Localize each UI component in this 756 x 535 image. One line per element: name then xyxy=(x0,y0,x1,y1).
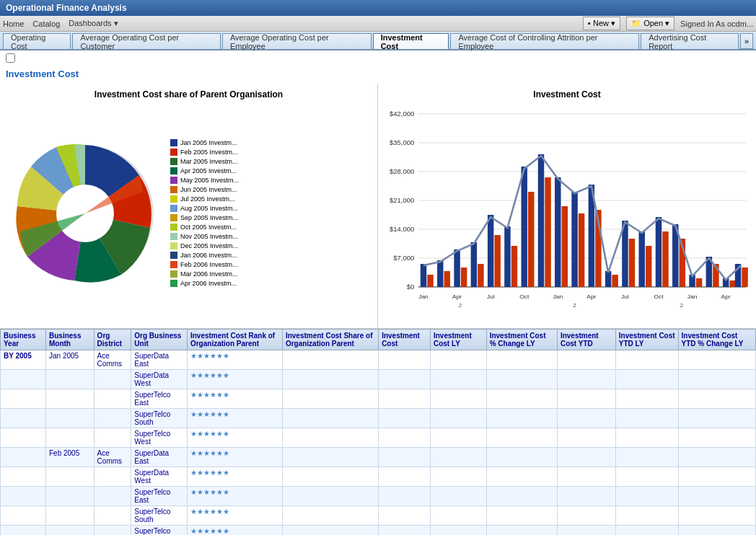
cell-cost xyxy=(379,506,431,526)
svg-text:$0: $0 xyxy=(407,283,415,291)
legend-item-15: Apr 2006 Investm... xyxy=(170,280,372,287)
svg-text:2: 2 xyxy=(573,302,576,309)
tab-avg-cost-attrition[interactable]: Average Cost of Controlling Attrition pe… xyxy=(450,33,639,49)
svg-rect-41 xyxy=(629,239,635,287)
cell-share xyxy=(282,467,378,487)
tab-avg-op-cost-customer[interactable]: Average Operating Cost per Customer xyxy=(72,33,221,49)
svg-rect-19 xyxy=(444,271,450,287)
svg-text:Apr: Apr xyxy=(452,293,462,300)
cell-share xyxy=(282,487,378,506)
svg-rect-21 xyxy=(461,268,467,287)
cell-ytd xyxy=(557,409,615,428)
cell-rank: ★★★★★★ xyxy=(187,350,282,370)
cell-rank: ★★★★★★ xyxy=(187,467,282,487)
cell-rank: ★★★★★★ xyxy=(187,506,282,526)
nav-dashboards[interactable]: Dashboards ▾ xyxy=(69,19,118,28)
cell-district: Ace Comms xyxy=(94,350,131,370)
svg-rect-49 xyxy=(696,278,702,287)
cell-year xyxy=(1,409,46,428)
cell-month xyxy=(45,428,94,448)
page-checkbox[interactable] xyxy=(6,53,15,63)
svg-text:Oct: Oct xyxy=(654,293,664,300)
svg-rect-44 xyxy=(656,217,662,287)
header-ytd-ly: Investment Cost YTD LY xyxy=(615,330,678,350)
cell-pct xyxy=(486,487,557,506)
cell-year xyxy=(1,448,46,467)
header-business-month: Business Month xyxy=(45,330,94,350)
cell-ytd-ly xyxy=(615,487,678,506)
cell-month xyxy=(45,467,94,487)
cell-ytd-pct xyxy=(678,467,755,487)
legend-item-13: Feb 2006 Investm... xyxy=(170,261,372,268)
cell-ytd-pct xyxy=(678,448,755,467)
table-row: SuperTelco West ★★★★★★ xyxy=(1,428,756,448)
cell-year xyxy=(1,370,46,389)
pie-chart-area: Investment Cost share of Parent Organisa… xyxy=(0,84,378,328)
header-ytd: Investment Cost YTD xyxy=(557,330,615,350)
cell-cost-ly xyxy=(430,350,486,370)
tab-avg-op-cost-employee[interactable]: Average Operating Cost per Employee xyxy=(222,33,372,49)
cell-ytd-pct xyxy=(678,409,755,428)
svg-text:$42,000: $42,000 xyxy=(390,110,414,118)
svg-text:$21,000: $21,000 xyxy=(390,197,414,204)
cell-cost-ly xyxy=(430,526,486,536)
open-button[interactable]: 📁 Open ▾ xyxy=(626,17,674,30)
cell-ytd xyxy=(557,428,615,448)
tab-operating-cost[interactable]: Operating Cost xyxy=(3,33,71,49)
header-cost: Investment Cost xyxy=(379,330,431,350)
tabs-bar: Operating Cost Average Operating Cost pe… xyxy=(0,32,756,50)
cell-pct xyxy=(486,448,557,467)
cell-cost xyxy=(379,487,431,506)
cell-month xyxy=(45,389,94,409)
cell-ytd xyxy=(557,526,615,536)
legend-item-9: Oct 2005 Investm... xyxy=(170,224,372,231)
legend-item-3: Apr 2005 Investm... xyxy=(170,167,372,174)
svg-rect-32 xyxy=(555,177,561,287)
cell-pct xyxy=(486,409,557,428)
cell-ytd-ly xyxy=(615,428,678,448)
cell-share xyxy=(282,428,378,448)
cell-district: Ace Comms xyxy=(94,448,131,467)
new-button[interactable]: ▪ New ▾ xyxy=(583,17,620,30)
tab-overflow[interactable]: » xyxy=(740,33,753,49)
header-rank: Investment Cost Rank of Organization Par… xyxy=(187,330,282,350)
svg-rect-42 xyxy=(638,231,644,287)
cell-pct xyxy=(486,506,557,526)
tab-advertising-cost[interactable]: Advertising Cost Report xyxy=(641,33,739,49)
pie-content: Jan 2005 Investm...Feb 2005 Investm...Ma… xyxy=(6,105,372,322)
cell-district xyxy=(94,506,131,526)
cell-unit: SuperTelco West xyxy=(131,428,188,448)
cell-district xyxy=(94,487,131,506)
svg-rect-22 xyxy=(471,242,477,287)
legend-item-6: Jul 2005 Investm... xyxy=(170,195,372,203)
cell-ytd-ly xyxy=(615,389,678,409)
cell-district xyxy=(94,526,131,536)
table-row: SuperData West ★★★★★★ xyxy=(1,467,756,487)
header-business-year: Business Year xyxy=(1,330,46,350)
cell-pct xyxy=(486,467,557,487)
cell-share xyxy=(282,448,378,467)
svg-text:Jan: Jan xyxy=(418,293,428,300)
cell-ytd-ly xyxy=(615,506,678,526)
cell-ytd-pct xyxy=(678,526,755,536)
cell-ytd-pct xyxy=(678,370,755,389)
cell-cost xyxy=(379,370,431,389)
table-row: Feb 2005 Ace Comms SuperData East ★★★★★★ xyxy=(1,448,756,467)
cell-cost xyxy=(379,467,431,487)
page-title: Investment Cost xyxy=(6,68,79,79)
cell-ytd-ly xyxy=(615,370,678,389)
cell-cost-ly xyxy=(430,506,486,526)
svg-rect-29 xyxy=(528,192,534,287)
svg-rect-34 xyxy=(571,192,577,287)
cell-ytd xyxy=(557,350,615,370)
svg-text:2: 2 xyxy=(458,302,462,309)
cell-month xyxy=(45,409,94,428)
svg-rect-31 xyxy=(545,177,550,287)
page-title-area: Investment Cost xyxy=(0,67,756,84)
tab-investment-cost[interactable]: Investment Cost xyxy=(373,33,449,49)
cell-pct xyxy=(486,526,557,536)
cell-month xyxy=(45,526,94,536)
cell-ytd-pct xyxy=(678,487,755,506)
nav-catalog[interactable]: Catalog xyxy=(32,19,60,28)
nav-home[interactable]: Home xyxy=(3,19,24,28)
